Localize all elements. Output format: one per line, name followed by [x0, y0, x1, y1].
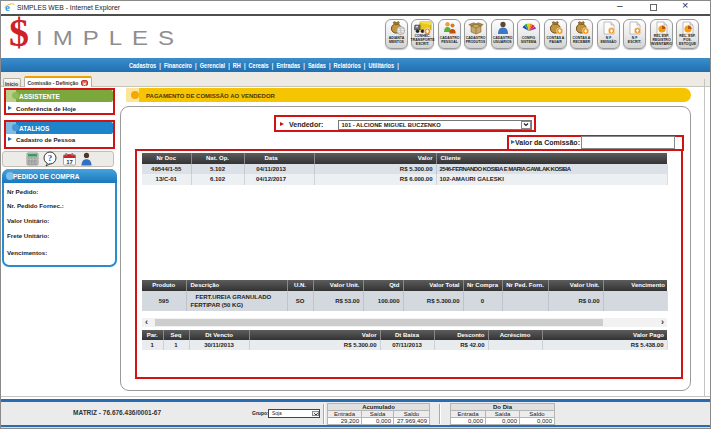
svg-text:17: 17 [66, 159, 73, 165]
svg-text:?: ? [48, 153, 53, 163]
